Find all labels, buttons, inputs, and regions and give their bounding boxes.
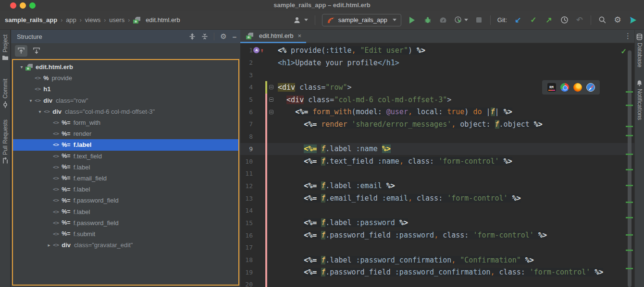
sidebar-item-project[interactable]: Project: [0, 35, 10, 60]
code-line[interactable]: 7 <%= render 'shared/error_messages', ob…: [240, 118, 634, 131]
structure-tree-item[interactable]: <>%=f.email_field: [13, 173, 238, 184]
tab-close-icon[interactable]: ×: [298, 32, 302, 39]
autoscroll-to-source-button[interactable]: [15, 45, 27, 57]
structure-tree-item[interactable]: <>%provide: [13, 72, 238, 84]
gradient-logo-icon[interactable]: [629, 15, 637, 25]
structure-tree-item[interactable]: <>%=f.submit: [13, 228, 238, 239]
structure-tree-item[interactable]: <>%=f.label: [13, 162, 238, 173]
structure-tree-item[interactable]: <>%=f.label: [13, 206, 238, 217]
code-line[interactable]: 17: [240, 241, 634, 254]
code-line[interactable]: 8: [240, 131, 634, 143]
chrome-icon[interactable]: [560, 83, 569, 92]
stop-button[interactable]: [475, 15, 483, 25]
sidebar-item-notifications[interactable]: Notifications: [635, 80, 644, 120]
inspections-ok-icon[interactable]: ✓: [620, 47, 627, 56]
git-commit-icon[interactable]: ✓: [529, 15, 538, 25]
code-text[interactable]: <div class="row">: [275, 83, 352, 92]
code-line[interactable]: 9 <%= f.label :name %>: [240, 143, 634, 155]
git-history-icon[interactable]: [560, 15, 569, 25]
right-chevron-icon[interactable]: ▸: [45, 242, 53, 248]
sidebar-item-commit[interactable]: Commit: [0, 79, 10, 108]
code-line[interactable]: 13 <%= f.email_field :email, class: 'for…: [240, 192, 634, 204]
code-text[interactable]: <%= f.label :email %>: [275, 181, 395, 190]
code-line[interactable]: 19 <%= f.password_field :password_confir…: [240, 266, 634, 278]
code-line[interactable]: 12 <%= f.label :email %>: [240, 180, 634, 192]
structure-tree-item[interactable]: <>%=render: [13, 128, 238, 139]
code-line[interactable]: 16 <%= f.password_field :password, class…: [240, 229, 634, 241]
breadcrumb-project[interactable]: sample_rails_app: [5, 16, 57, 24]
structure-tree-item[interactable]: <>%=f.password_field: [13, 195, 238, 206]
structure-tree-item[interactable]: ▸<>divclass="gravatar_edit": [13, 239, 238, 251]
code-text[interactable]: <div class="col-md-6 col-md-offset-3">: [275, 96, 451, 104]
code-line[interactable]: 10 <%= f.text_field :name, class: 'form-…: [240, 155, 634, 167]
expand-all-icon[interactable]: [189, 33, 196, 40]
code-text[interactable]: <h1>Update your profile</h1>: [275, 59, 399, 67]
structure-tree-item[interactable]: <>%=f.text_field: [13, 151, 238, 162]
code-line[interactable]: 2<h1>Update your profile</h1>: [240, 57, 634, 69]
code-text[interactable]: <%= f.label :password %>: [275, 218, 408, 227]
code-text[interactable]: <%= form_with(model: @user, local: true)…: [275, 108, 512, 116]
structure-tree-item[interactable]: ▾<>divclass="row": [13, 95, 238, 106]
run-with-coverage-button[interactable]: [454, 15, 468, 25]
editor-options-kebab-icon[interactable]: ⋮: [624, 32, 632, 40]
chevron-down-icon: [304, 19, 308, 21]
hide-panel-icon[interactable]: –: [233, 33, 236, 41]
code-line[interactable]: 18 <%= f.label :password_confirmation, "…: [240, 254, 634, 266]
settings-gear-icon[interactable]: ⚙: [613, 15, 622, 25]
down-chevron-icon[interactable]: ▾: [27, 98, 35, 103]
code-line[interactable]: 3: [240, 69, 634, 81]
code-text[interactable]: <% provide(:title, "Edit user") %>: [275, 46, 425, 55]
debug-button[interactable]: [423, 15, 432, 25]
structure-tree-item[interactable]: <>h1: [13, 84, 238, 95]
code-line[interactable]: 11: [240, 167, 634, 180]
code-line[interactable]: 1A↑<% provide(:title, "Edit user") %>: [240, 44, 634, 57]
sidebar-item-database[interactable]: Database: [635, 34, 644, 67]
autoscroll-from-source-button[interactable]: [30, 45, 43, 57]
sidebar-item-pull-requests[interactable]: Pull Requests: [0, 120, 10, 164]
breadcrumb-file[interactable]: R edit.html.erb: [133, 16, 180, 24]
code-line[interactable]: 20: [240, 278, 634, 287]
collapse-all-icon[interactable]: [201, 33, 208, 40]
code-text[interactable]: <%= f.text_field :name, class: 'form-con…: [275, 157, 512, 166]
code-line[interactable]: 6 <%= form_with(model: @user, local: tru…: [240, 106, 634, 118]
breadcrumb-app[interactable]: app: [66, 16, 76, 24]
tab-edit-html-erb[interactable]: R edit.html.erb ×: [240, 30, 306, 43]
breadcrumb-users[interactable]: users: [109, 16, 124, 24]
bookmark-icon[interactable]: A: [253, 47, 260, 53]
run-configuration-select[interactable]: sample_rails_app: [322, 14, 401, 26]
code-text[interactable]: <%= f.password_field :password_confirmat…: [275, 268, 603, 276]
code-text[interactable]: <%= f.label :password_confirmation, "Con…: [275, 256, 534, 264]
structure-tree-item[interactable]: ▾Redit.html.erb: [13, 61, 238, 72]
structure-tree-item[interactable]: <>%=f.label: [13, 184, 238, 195]
code-line[interactable]: 14: [240, 204, 634, 217]
code-text[interactable]: <%= f.password_field :password, class: '…: [275, 231, 547, 239]
user-account-icon[interactable]: [294, 15, 308, 25]
structure-tree-item[interactable]: <>%=form_with: [13, 117, 238, 128]
structure-settings-gear-icon[interactable]: ⚙: [220, 32, 226, 41]
down-chevron-icon[interactable]: ▾: [36, 109, 44, 114]
git-update-icon[interactable]: ↙: [514, 15, 522, 25]
fold-icon[interactable]: [269, 97, 273, 102]
structure-panel-header[interactable]: Structure ⚙ –: [11, 30, 240, 43]
search-everywhere-icon[interactable]: [598, 15, 607, 25]
code-line[interactable]: 15 <%= f.label :password %>: [240, 217, 634, 229]
structure-tree-item[interactable]: <>%=f.password_field: [13, 217, 238, 228]
structure-tree-item[interactable]: ▾<>divclass="col-md-6 col-md-offset-3": [13, 106, 238, 117]
rubymine-icon[interactable]: RM: [547, 83, 556, 92]
code-text[interactable]: <%= f.email_field :email, class: 'form-c…: [275, 194, 521, 203]
git-rollback-icon[interactable]: ↶: [575, 15, 584, 25]
breadcrumb-views[interactable]: views: [85, 16, 101, 24]
structure-tree-item[interactable]: <>%=f.label: [13, 139, 238, 150]
run-button[interactable]: [408, 15, 417, 25]
down-chevron-icon[interactable]: ▾: [18, 64, 25, 70]
git-push-icon[interactable]: ↗: [545, 15, 553, 25]
code-line[interactable]: 5 <div class="col-md-6 col-md-offset-3">: [240, 94, 634, 106]
safari-icon[interactable]: [586, 83, 595, 92]
code-text[interactable]: <%= f.label :name %>: [275, 144, 391, 153]
fold-icon[interactable]: [269, 85, 273, 89]
profiler-button[interactable]: [439, 15, 447, 25]
firefox-icon[interactable]: [573, 83, 582, 92]
code-text[interactable]: <%= render 'shared/error_messages', obje…: [275, 120, 543, 129]
code-editor[interactable]: 1A↑<% provide(:title, "Edit user") %>2<h…: [240, 44, 634, 287]
fold-icon[interactable]: [269, 110, 273, 114]
